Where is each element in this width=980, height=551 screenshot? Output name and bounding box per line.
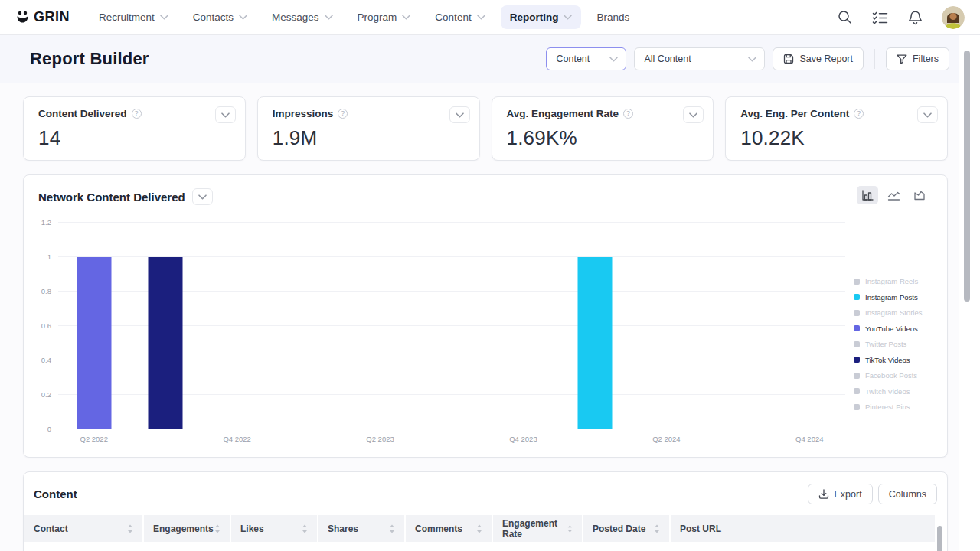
y-axis-tick: 0.4 — [41, 356, 51, 364]
legend-swatch — [854, 404, 860, 410]
chevron-down-icon — [160, 15, 168, 20]
chevron-down-icon — [609, 57, 618, 62]
bar-chart-icon[interactable] — [857, 186, 878, 204]
chart-metric-select-button[interactable] — [192, 188, 213, 205]
posted-date-cell: Apr 21, 2022 7:30 — [583, 542, 671, 551]
sort-icon — [302, 524, 308, 533]
legend-swatch — [854, 325, 860, 331]
top-nav: GRIN Recruitment Contacts Messages Progr… — [0, 0, 980, 35]
x-axis-tick: Q2 2022 — [80, 435, 107, 443]
legend-swatch — [854, 341, 860, 347]
metric-label: Impressions — [273, 108, 334, 119]
user-avatar[interactable] — [942, 6, 965, 29]
content-table-card: Content Export Columns Contact Engagemen… — [23, 471, 948, 551]
nav-item-reporting[interactable]: Reporting — [501, 5, 582, 29]
nav-item-messages[interactable]: Messages — [263, 5, 342, 29]
sort-icon — [654, 524, 660, 533]
legend-item-instagram-stories[interactable]: Instagram Stories — [854, 308, 936, 317]
table-scrollbar[interactable] — [937, 526, 942, 551]
search-icon[interactable] — [836, 9, 853, 26]
line-chart-icon[interactable] — [883, 186, 904, 204]
metric-value: 14 — [38, 126, 236, 150]
nav-item-program[interactable]: Program — [348, 5, 420, 29]
legend-item-facebook-posts[interactable]: Facebook Posts — [854, 371, 936, 380]
contact-cell[interactable] — [24, 542, 144, 551]
column-header-posted-date[interactable]: Posted Date — [583, 515, 671, 542]
y-axis-tick: 1.2 — [41, 218, 51, 227]
help-icon[interactable]: ? — [338, 109, 348, 119]
nav-right-icons — [836, 6, 965, 29]
metric-options-button[interactable] — [917, 106, 938, 123]
table-row[interactable]: Apr 21, 2022 7:30 — [24, 542, 935, 551]
page-body: Report Builder Content All Content Save … — [0, 35, 959, 551]
columns-button[interactable]: Columns — [878, 484, 937, 504]
help-icon[interactable]: ? — [132, 109, 142, 119]
nav-item-brands[interactable]: Brands — [587, 5, 639, 29]
column-header-shares[interactable]: Shares — [318, 515, 406, 542]
legend-item-instagram-reels[interactable]: Instagram Reels — [854, 277, 936, 285]
grin-logo[interactable]: GRIN — [15, 9, 70, 25]
header-controls: Content All Content Save Report Filters — [546, 47, 949, 70]
chart-title: Network Content Delivered — [38, 191, 185, 204]
grin-logo-text: GRIN — [34, 9, 70, 25]
metric-label: Avg. Eng. Per Content — [740, 108, 849, 119]
sort-icon — [389, 524, 395, 533]
sort-icon — [214, 524, 220, 533]
legend-swatch — [854, 357, 860, 363]
y-axis-tick: 1 — [47, 253, 51, 261]
sort-icon — [567, 524, 573, 533]
report-type-select[interactable]: Content — [546, 47, 626, 70]
metric-options-button[interactable] — [215, 106, 236, 123]
nav-item-contacts[interactable]: Contacts — [184, 5, 256, 29]
nav-item-content[interactable]: Content — [426, 5, 494, 29]
x-axis-tick: Q2 2024 — [652, 435, 680, 443]
legend-item-instagram-posts[interactable]: Instagram Posts — [854, 293, 936, 302]
bell-icon[interactable] — [906, 9, 923, 26]
legend-item-pinterest-pins[interactable]: Pinterest Pins — [854, 403, 936, 411]
divider — [874, 49, 875, 69]
metric-options-button[interactable] — [449, 106, 470, 123]
network-content-delivered-chart-card: Network Content Delivered 00.20.40.60.81… — [23, 174, 948, 458]
chevron-down-icon — [748, 57, 756, 62]
checklist-icon[interactable] — [871, 9, 888, 26]
funnel-icon — [897, 54, 907, 64]
legend-item-twitter-posts[interactable]: Twitter Posts — [854, 340, 936, 348]
chart-bar-instagram-posts[interactable] — [577, 257, 612, 429]
legend-item-tiktok-videos[interactable]: TikTok Videos — [854, 356, 936, 364]
chart-bar-tiktok-videos[interactable] — [149, 257, 183, 429]
gridline — [58, 222, 845, 223]
legend-swatch — [854, 388, 860, 394]
help-icon[interactable]: ? — [623, 109, 633, 119]
help-icon[interactable]: ? — [854, 109, 864, 119]
chevron-down-icon — [477, 15, 485, 20]
metric-card-avg-engagement-rate: Avg. Engagement Rate ? 1.69K% — [492, 96, 714, 161]
shares-cell — [318, 542, 406, 551]
nav-item-recruitment[interactable]: Recruitment — [90, 5, 178, 29]
content-filter-select[interactable]: All Content — [634, 47, 765, 70]
metric-options-button[interactable] — [683, 106, 704, 123]
legend-item-twitch-videos[interactable]: Twitch Videos — [854, 387, 936, 396]
y-axis-tick: 0.8 — [41, 287, 51, 295]
page-scrollbar[interactable] — [964, 51, 970, 302]
y-axis-tick: 0.6 — [41, 321, 51, 330]
y-axis-tick: 0 — [47, 425, 51, 433]
sort-icon — [476, 524, 482, 533]
chevron-down-icon — [239, 15, 247, 20]
column-header-engagement-rate[interactable]: Engagement Rate — [493, 515, 583, 542]
metrics-row: Content Delivered ? 14 Impressions ? 1.9… — [23, 96, 948, 161]
download-icon — [818, 489, 829, 499]
export-button[interactable]: Export — [808, 484, 873, 504]
column-header-post-url[interactable]: Post URL — [671, 515, 935, 542]
column-header-contact[interactable]: Contact — [24, 515, 144, 542]
legend-swatch — [854, 373, 860, 379]
legend-item-youtube-videos[interactable]: YouTube Videos — [854, 324, 936, 333]
content-area: Content Delivered ? 14 Impressions ? 1.9… — [0, 83, 959, 551]
area-chart-icon[interactable] — [909, 186, 930, 204]
filters-button[interactable]: Filters — [886, 47, 949, 70]
chart-bar-youtube-videos[interactable] — [77, 257, 111, 429]
save-report-button[interactable]: Save Report — [773, 47, 863, 70]
column-header-engagements[interactable]: Engagements — [144, 515, 231, 542]
table-title: Content — [34, 487, 77, 500]
column-header-comments[interactable]: Comments — [406, 515, 493, 542]
column-header-likes[interactable]: Likes — [231, 515, 318, 542]
